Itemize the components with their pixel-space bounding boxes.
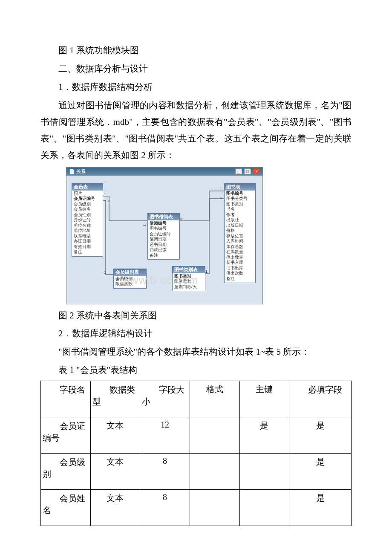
table-row: 会员姓名文本8是	[41, 489, 352, 526]
col-field-name: 字段名	[43, 384, 89, 396]
db-table-title: 会员表	[72, 184, 103, 191]
rel-one-label: 1	[104, 270, 106, 275]
db-field: 存放位置	[226, 234, 254, 239]
db-field: 办证日期	[74, 239, 101, 244]
rel-one-label: 1	[205, 269, 208, 274]
db-field: 会员性别	[74, 212, 101, 218]
col-primary-key: 主键	[242, 384, 288, 395]
watermark-text: www.b oc.com	[122, 274, 199, 287]
db-table-title: 图书类别表	[173, 266, 205, 273]
db-field: 借阅日期	[150, 237, 178, 242]
db-field: 图书编号	[226, 191, 254, 197]
db-field: 图书类别	[226, 202, 254, 207]
db-table-fields: 照片会员证编号会员级别会员姓名会员性别身份证号单位名称单位地址联系电话办证日期有…	[72, 191, 103, 256]
table-cell: 会员姓名	[41, 489, 91, 526]
db-field: 会员证编号	[74, 196, 101, 202]
figure1-caption: 图 1 系统功能模块图	[40, 43, 352, 58]
table-cell: 8	[140, 489, 190, 526]
section-2-2-heading: 2．数据库逻辑结构设计	[40, 326, 352, 341]
db-field: 借出次数	[226, 271, 254, 276]
col-data-type: 数据类型	[92, 384, 138, 408]
table-cell	[190, 453, 239, 489]
db-field: 照片	[74, 191, 101, 197]
db-field: 罚款已缴	[150, 247, 178, 253]
db-table-title: 图书表	[225, 184, 255, 191]
db-field: 有效日期	[74, 244, 101, 250]
body-paragraph-1: 通过对图书借阅管理的内容和数据分析，创建该管理系统数据库，名为"图书借阅管理系统…	[40, 97, 352, 163]
rel-many-label: ∞	[220, 196, 222, 200]
db-field: 单位名称	[74, 223, 101, 228]
table-cell: 文本	[90, 417, 140, 453]
relationship-diagram: 📄 关系 _ □ × 会员表	[66, 167, 262, 304]
maximize-icon: □	[244, 168, 251, 174]
db-field: 库存总数	[226, 244, 254, 250]
close-icon: ×	[253, 168, 260, 174]
table1-caption: 表 1 "会员表"表结构	[40, 362, 352, 378]
db-field: 借阅编号	[150, 221, 178, 226]
figure2-caption: 图 2 系统中各表间关系图	[40, 308, 352, 324]
db-field: 价格	[226, 228, 254, 234]
db-field: 图书分类号	[226, 196, 254, 202]
table-cell: 是	[239, 417, 289, 453]
table-cell: 文本	[90, 453, 140, 489]
db-field: 还书日期	[150, 242, 178, 248]
rel-one-label: 1	[104, 192, 106, 196]
table-cell	[190, 417, 239, 453]
table-cell	[239, 453, 289, 489]
rel-many-label: ∞	[108, 199, 110, 203]
db-field: 图书编号	[150, 226, 178, 231]
relationship-window: 📄 关系 _ □ × 会员表	[66, 167, 263, 304]
table-cell	[190, 489, 239, 526]
rel-one-label: 1	[220, 187, 222, 191]
db-table-member: 会员表 照片会员证编号会员级别会员姓名会员性别身份证号单位名称单位地址联系电话办…	[72, 183, 103, 257]
table-cell: 是	[289, 417, 352, 453]
col-field-size: 字段大小	[142, 384, 188, 408]
rel-many-label: ∞	[143, 223, 146, 228]
schema-table-1: 字段名 数据类型 字段大小 格式 主键 必填字段 会员证编号文本12是是会员级别…	[40, 381, 352, 526]
db-field: 备注	[150, 253, 178, 258]
table-cell	[239, 489, 289, 526]
db-field: 身份证号	[74, 217, 101, 223]
col-required: 必填字段	[291, 384, 349, 396]
db-field: 出版社	[226, 217, 254, 223]
db-table-title: 图书借阅表	[148, 214, 179, 220]
db-field: 会员姓名	[74, 207, 101, 212]
table-cell: 8	[140, 453, 190, 489]
db-field: 入库时间	[226, 239, 254, 244]
db-field: 新书入库	[226, 260, 254, 266]
db-table-fields: 图书编号图书分类号图书类别书名作者出版社出版日期价格存放位置入库时间库存总数在库…	[225, 191, 255, 283]
table-cell: 文本	[90, 489, 140, 526]
table-cell: 是	[289, 489, 352, 526]
db-table-fields: 借阅编号图书编号会员证编号借阅日期还书日期罚款已缴备注	[148, 220, 179, 260]
db-field: 单位地址	[74, 228, 101, 234]
section-2-heading: 二、数据库分析与设计	[40, 61, 352, 77]
db-field: 联系电话	[74, 234, 101, 239]
window-title: 关系	[76, 169, 86, 174]
db-field: 出版日期	[226, 223, 254, 228]
db-field: 会员级别	[74, 202, 101, 207]
db-table-book: 图书表 图书编号图书分类号图书类别书名作者出版社出版日期价格存放位置入库时间库存…	[224, 183, 256, 283]
rel-many-label: ∞	[180, 217, 182, 221]
db-table-borrow: 图书借阅表 借阅编号图书编号会员证编号借阅日期还书日期罚款已缴备注	[147, 213, 180, 260]
table-cell: 会员证编号	[41, 417, 91, 453]
window-titlebar: 📄 关系 _ □ ×	[66, 168, 262, 176]
minimize-icon: _	[235, 168, 242, 174]
db-field: 借出数量	[226, 255, 254, 260]
db-field: 在库数量	[226, 249, 254, 255]
table-row: 会员证编号文本12是是	[41, 417, 352, 453]
window-controls: _ □ ×	[234, 168, 260, 174]
db-field: 会员证编号	[150, 231, 178, 237]
table-header-row: 字段名 数据类型 字段大小 格式 主键 必填字段	[41, 381, 352, 417]
table-cell: 是	[289, 453, 352, 489]
db-field: 备注	[74, 249, 101, 255]
body-paragraph-2: "图书借阅管理系统"的各个数据库表结构设计如表 1~表 5 所示：	[40, 344, 352, 360]
table-cell: 会员级别	[41, 453, 91, 489]
db-field: 作者	[226, 212, 254, 218]
db-field: 备注	[226, 276, 254, 282]
db-field: 旧书出库	[226, 266, 254, 271]
col-format: 格式	[192, 384, 238, 395]
schema-table-body: 会员证编号文本12是是会员级别文本8是会员姓名文本8是	[41, 417, 352, 526]
section-2-1-heading: 1．数据库数据结构分析	[40, 79, 352, 95]
table-cell: 12	[140, 417, 190, 453]
db-field: 书名	[226, 207, 254, 212]
